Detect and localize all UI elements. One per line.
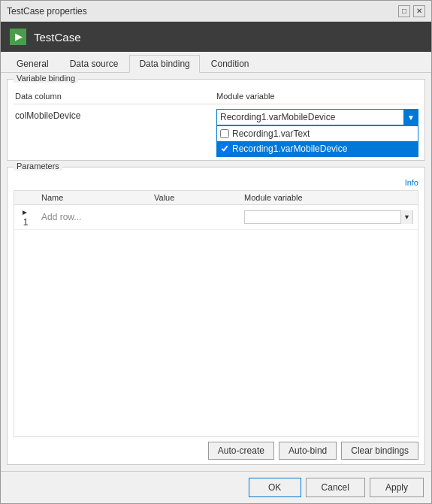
parameters-legend: Parameters [14, 161, 62, 171]
params-clear-bindings-button[interactable]: Clear bindings [341, 442, 418, 460]
cancel-button[interactable]: Cancel [306, 478, 365, 497]
col-name-header: Name [37, 191, 150, 205]
apply-button[interactable]: Apply [370, 478, 424, 497]
row-dropdown-arrow-icon[interactable]: ▼ [400, 210, 412, 224]
footer: OK Cancel Apply [1, 471, 431, 503]
dropdown-item-2-checkbox[interactable] [220, 144, 229, 153]
variable-binding-group: Variable binding Data column Module vari… [7, 79, 425, 161]
params-table: Name Value Module variable ► 1 [14, 191, 418, 230]
dropdown-list: Recording1.varText Recording1.varMobileD… [216, 125, 418, 157]
window-controls: □ ✕ [398, 5, 425, 17]
dropdown-item-1-checkbox[interactable] [220, 129, 229, 138]
row-number: 1 [23, 217, 29, 228]
params-table-header-row: Name Value Module variable [14, 191, 418, 205]
vb-row-1: colMobileDevice Recording1.varMobileDevi… [14, 107, 418, 127]
expand-arrow-icon[interactable]: ► [21, 208, 29, 216]
module-variable-dropdown-container: Recording1.varMobileDevice ▼ Recording1.… [216, 109, 418, 125]
window: TestCase properties □ ✕ ▶ TestCase Gener… [0, 0, 432, 504]
row-module-var-cell[interactable]: ▼ [240, 205, 418, 230]
dropdown-item-2-label: Recording1.varMobileDevice [232, 143, 347, 154]
row-name-cell[interactable]: Add row... [37, 205, 150, 230]
content-area: Variable binding Data column Module vari… [1, 73, 431, 471]
dropdown-item-1-label: Recording1.varText [232, 128, 310, 139]
params-buttons: Auto-create Auto-bind Clear bindings [8, 437, 424, 464]
data-column-value: colMobileDevice [14, 109, 216, 121]
info-link[interactable]: Info [405, 178, 418, 187]
module-variable-header: Module variable [216, 92, 418, 101]
title-bar: TestCase properties □ ✕ [1, 1, 431, 22]
module-variable-dropdown[interactable]: Recording1.varMobileDevice ▼ Recording1.… [216, 109, 418, 125]
dropdown-item-1[interactable]: Recording1.varText [217, 126, 418, 141]
dropdown-item-2[interactable]: Recording1.varMobileDevice [217, 141, 418, 156]
row-value-cell[interactable] [150, 205, 240, 230]
col-num-header [14, 191, 37, 205]
col-value-header: Value [150, 191, 240, 205]
parameters-group: Parameters Info Name Value Module variab… [7, 167, 425, 465]
tab-condition[interactable]: Condition [201, 55, 259, 72]
params-table-wrapper[interactable]: Name Value Module variable ► 1 [14, 190, 418, 437]
window-title: TestCase properties [7, 6, 87, 17]
add-row-label: Add row... [41, 212, 81, 222]
close-button[interactable]: ✕ [413, 5, 425, 17]
tab-general[interactable]: General [7, 55, 59, 72]
row-expand-num: ► 1 [14, 205, 37, 230]
data-column-header: Data column [14, 92, 216, 101]
params-auto-create-button[interactable]: Auto-create [208, 442, 274, 460]
dropdown-selected-value: Recording1.varMobileDevice [220, 112, 415, 122]
variable-binding-legend: Variable binding [14, 74, 78, 83]
vb-column-headers: Data column Module variable [14, 92, 418, 104]
minimize-button[interactable]: □ [398, 5, 410, 17]
header-title: TestCase [34, 31, 81, 44]
col-module-variable-header: Module variable [240, 191, 418, 205]
tab-databinding[interactable]: Data binding [129, 55, 199, 73]
tab-datasource[interactable]: Data source [60, 55, 128, 72]
params-row-1: ► 1 Add row... ▼ [14, 205, 418, 230]
testcase-icon: ▶ [10, 29, 26, 45]
ok-button[interactable]: OK [249, 478, 301, 497]
params-auto-bind-button[interactable]: Auto-bind [279, 442, 337, 460]
params-header: Info [8, 167, 424, 190]
header-bar: ▶ TestCase [1, 22, 431, 52]
tab-bar: General Data source Data binding Conditi… [1, 52, 431, 73]
